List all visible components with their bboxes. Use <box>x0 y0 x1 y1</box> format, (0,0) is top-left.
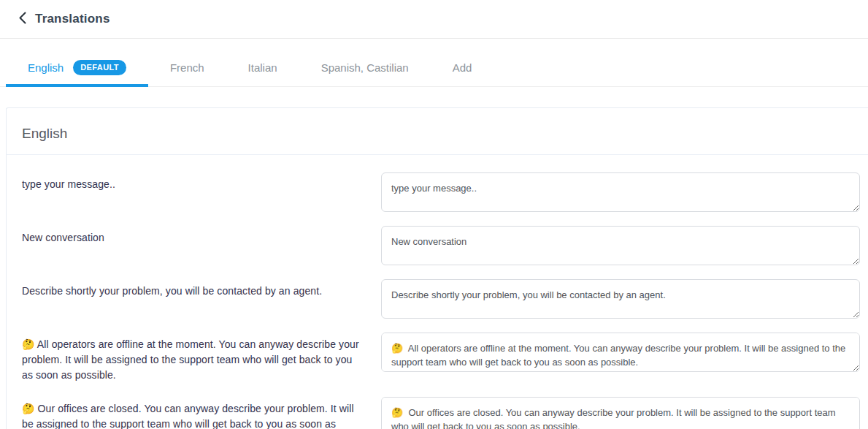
default-badge: DEFAULT <box>73 60 126 75</box>
language-tabs: English DEFAULT French Italian Spanish, … <box>0 51 868 87</box>
translation-input-offices-closed[interactable]: 🤔 Our offices are closed. You can anyway… <box>381 397 860 429</box>
tab-label: Spanish, Castilian <box>321 61 409 74</box>
page-header: Translations <box>0 0 868 39</box>
tab-spanish-castilian[interactable]: Spanish, Castilian <box>299 51 431 87</box>
tab-label: English <box>28 61 64 74</box>
translation-key-label: type your message.. <box>22 172 381 192</box>
tab-english[interactable]: English DEFAULT <box>6 51 148 87</box>
translation-row: type your message.. type your message.. <box>22 172 860 212</box>
card-header: English <box>7 108 868 154</box>
translation-input-new-conversation[interactable]: New conversation <box>381 226 860 265</box>
back-button[interactable] <box>15 10 30 28</box>
tab-label: Add <box>453 61 472 74</box>
translation-input-operators-offline[interactable]: 🤔 All operators are offline at the momen… <box>381 333 860 372</box>
translation-row: 🤔 All operators are offline at the momen… <box>22 333 860 383</box>
translation-key-label: New conversation <box>22 226 381 246</box>
translations-card: English type your message.. type your me… <box>6 107 868 429</box>
translation-row: 🤔 Our offices are closed. You can anyway… <box>22 397 860 429</box>
translation-input-describe-problem[interactable]: Describe shortly your problem, you will … <box>381 279 860 319</box>
translation-rows: type your message.. type your message.. … <box>7 155 868 429</box>
translation-row: New conversation New conversation <box>22 226 860 265</box>
tab-label: French <box>170 61 204 74</box>
tab-french[interactable]: French <box>148 51 226 87</box>
translation-key-label: Describe shortly your problem, you will … <box>22 279 381 299</box>
chevron-left-icon <box>19 12 26 27</box>
tab-label: Italian <box>248 61 277 74</box>
translation-row: Describe shortly your problem, you will … <box>22 279 860 319</box>
tab-add[interactable]: Add <box>431 51 494 87</box>
section-title: English <box>22 126 847 142</box>
translation-input-type-your-message[interactable]: type your message.. <box>381 172 860 212</box>
translation-key-label: 🤔 All operators are offline at the momen… <box>22 333 381 383</box>
translation-key-label: 🤔 Our offices are closed. You can anyway… <box>22 397 381 429</box>
tab-italian[interactable]: Italian <box>226 51 299 87</box>
page-title: Translations <box>35 12 110 26</box>
